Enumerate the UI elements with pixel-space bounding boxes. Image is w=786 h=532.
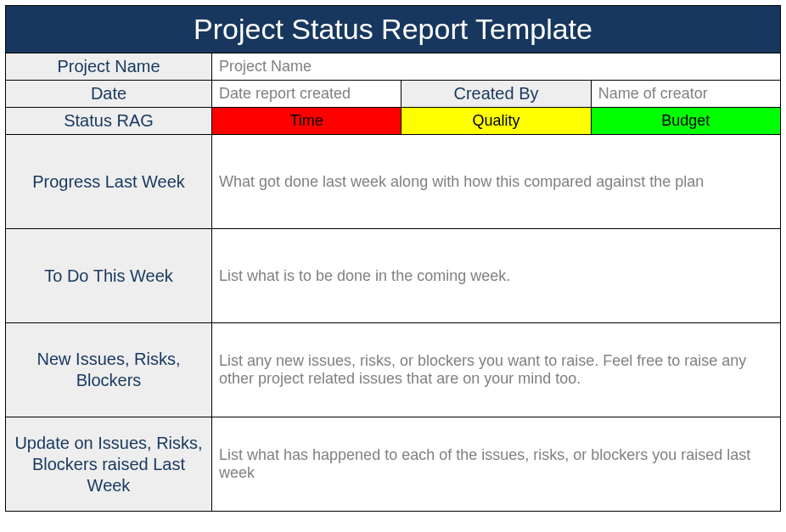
progress-row: Progress Last Week What got done last we… <box>6 135 780 229</box>
created-by-label: Created By <box>401 81 591 107</box>
update-issues-row: Update on Issues, Risks, Blockers raised… <box>6 417 780 511</box>
status-rag-label: Status RAG <box>6 108 212 134</box>
new-issues-row: New Issues, Risks, Blockers List any new… <box>6 323 780 417</box>
project-name-input[interactable]: Project Name <box>212 53 780 80</box>
project-name-label: Project Name <box>6 53 212 80</box>
todo-input[interactable]: List what is to be done in the coming we… <box>212 229 780 322</box>
rag-time-cell[interactable]: Time <box>212 108 401 134</box>
progress-input[interactable]: What got done last week along with how t… <box>212 135 780 228</box>
status-rag-row: Status RAG Time Quality Budget <box>6 108 780 135</box>
date-label: Date <box>6 81 212 107</box>
project-name-row: Project Name Project Name <box>6 53 780 81</box>
date-row: Date Date report created Created By Name… <box>6 81 780 108</box>
update-issues-input[interactable]: List what has happened to each of the is… <box>212 417 780 511</box>
new-issues-label: New Issues, Risks, Blockers <box>6 323 212 417</box>
rag-budget-cell[interactable]: Budget <box>592 108 780 134</box>
todo-label: To Do This Week <box>6 229 212 322</box>
date-input[interactable]: Date report created <box>212 81 401 107</box>
report-title: Project Status Report Template <box>6 6 780 53</box>
rag-quality-cell[interactable]: Quality <box>401 108 591 134</box>
new-issues-input[interactable]: List any new issues, risks, or blockers … <box>212 323 780 417</box>
progress-label: Progress Last Week <box>6 135 212 228</box>
update-issues-label: Update on Issues, Risks, Blockers raised… <box>6 417 212 511</box>
creator-input[interactable]: Name of creator <box>592 81 780 107</box>
status-report-table: Project Status Report Template Project N… <box>5 5 781 512</box>
todo-row: To Do This Week List what is to be done … <box>6 229 780 323</box>
